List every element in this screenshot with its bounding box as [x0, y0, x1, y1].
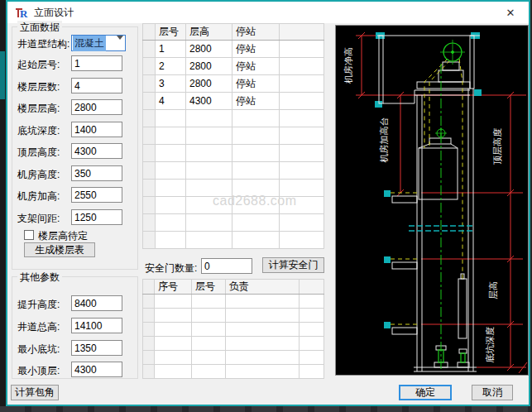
start-floor-input[interactable] [71, 55, 122, 71]
floor-height-pending-checkbox[interactable] [24, 230, 34, 240]
empty-cell[interactable] [280, 197, 324, 214]
empty-row[interactable] [143, 162, 324, 180]
empty-cell[interactable] [232, 197, 280, 214]
empty-cell[interactable] [280, 214, 324, 232]
cell-floor-height[interactable]: 4300 [186, 93, 232, 110]
cell-stop[interactable]: 停站 [232, 58, 280, 75]
cancel-button[interactable]: 取消 [472, 385, 513, 400]
empty-cell[interactable] [232, 145, 280, 162]
empty-cell[interactable] [226, 365, 300, 379]
row-selector[interactable] [143, 127, 156, 145]
empty-cell[interactable] [232, 110, 280, 127]
row-selector[interactable] [143, 75, 156, 93]
floor-row[interactable]: 3 2800 停站 [143, 75, 324, 93]
safety-door-count-input[interactable] [201, 258, 252, 274]
empty-cell[interactable] [192, 351, 226, 365]
empty-cell[interactable] [156, 162, 186, 180]
row-selector[interactable] [143, 145, 156, 162]
empty-cell[interactable] [156, 110, 186, 127]
calc-safety-door-button[interactable]: 计算安全门 [262, 257, 324, 273]
empty-cell[interactable] [156, 145, 186, 162]
empty-cell[interactable] [192, 295, 226, 309]
floor-count-input[interactable] [71, 78, 122, 93]
cell-filler[interactable] [280, 58, 324, 75]
empty-cell[interactable] [226, 323, 300, 337]
row-selector[interactable] [143, 295, 155, 309]
cell-filler[interactable] [280, 41, 324, 58]
empty-row[interactable] [143, 145, 324, 162]
empty-cell[interactable] [155, 323, 192, 337]
empty-cell[interactable] [280, 145, 324, 162]
cell-floor-no[interactable]: 3 [156, 75, 186, 93]
empty-row[interactable] [143, 110, 324, 127]
empty-cell[interactable] [280, 127, 324, 145]
machine-room-raise-input[interactable] [71, 187, 122, 203]
empty-cell[interactable] [155, 337, 192, 351]
empty-cell[interactable] [280, 162, 324, 180]
empty-cell[interactable] [280, 110, 324, 127]
row-selector[interactable] [143, 41, 156, 58]
empty-cell[interactable] [156, 197, 186, 214]
floor-height-input[interactable] [71, 99, 122, 115]
row-selector[interactable] [143, 197, 156, 214]
empty-cell[interactable] [300, 365, 324, 379]
empty-cell[interactable] [300, 337, 324, 351]
min-top-floor-input[interactable] [71, 362, 122, 377]
row-selector[interactable] [143, 58, 156, 75]
cell-floor-no[interactable]: 2 [156, 58, 186, 75]
empty-cell[interactable] [186, 145, 232, 162]
cell-stop[interactable]: 停站 [232, 75, 280, 93]
min-pit-input[interactable] [71, 340, 122, 356]
empty-cell[interactable] [155, 295, 192, 309]
empty-cell[interactable] [300, 295, 324, 309]
row-selector[interactable] [143, 351, 155, 365]
row-selector[interactable] [143, 180, 156, 197]
empty-cell[interactable] [300, 309, 324, 323]
row-selector[interactable] [143, 162, 156, 180]
empty-cell[interactable] [186, 197, 232, 214]
floor-row[interactable]: 4 4300 停站 [143, 93, 324, 110]
cell-filler[interactable] [280, 75, 324, 93]
cell-floor-no[interactable]: 1 [156, 41, 186, 58]
empty-cell[interactable] [156, 127, 186, 145]
calc-wrap-angle-button[interactable]: 计算包角 [11, 385, 59, 400]
empty-cell[interactable] [192, 323, 226, 337]
pit-depth-input[interactable] [71, 122, 122, 137]
chevron-down-icon[interactable] [117, 40, 123, 51]
empty-row[interactable] [143, 295, 324, 309]
empty-row[interactable] [143, 214, 324, 232]
empty-row[interactable] [143, 337, 324, 351]
shaft-wall-combo[interactable]: 混凝土 [71, 35, 126, 51]
floor-row[interactable]: 1 2800 停站 [143, 41, 324, 58]
cell-floor-height[interactable]: 2800 [186, 41, 232, 58]
row-selector[interactable] [143, 323, 155, 337]
row-selector[interactable] [143, 365, 155, 379]
cell-floor-height[interactable]: 2800 [186, 75, 232, 93]
empty-cell[interactable] [226, 309, 300, 323]
generate-floor-table-button[interactable]: 生成楼层表 [24, 242, 95, 257]
row-selector[interactable] [143, 232, 156, 249]
empty-cell[interactable] [156, 232, 186, 249]
empty-cell[interactable] [232, 162, 280, 180]
empty-cell[interactable] [155, 309, 192, 323]
cell-floor-height[interactable]: 2800 [186, 58, 232, 75]
empty-cell[interactable] [300, 351, 324, 365]
empty-row[interactable] [143, 365, 324, 379]
row-selector[interactable] [143, 337, 155, 351]
empty-row[interactable] [143, 197, 324, 214]
row-selector[interactable] [143, 93, 156, 110]
empty-row[interactable] [143, 127, 324, 145]
close-icon[interactable]: ✕ [502, 5, 519, 20]
empty-cell[interactable] [232, 214, 280, 232]
empty-cell[interactable] [280, 232, 324, 249]
row-selector[interactable] [143, 214, 156, 232]
floor-row[interactable]: 2 2800 停站 [143, 58, 324, 75]
empty-cell[interactable] [192, 365, 226, 379]
empty-cell[interactable] [192, 309, 226, 323]
row-selector[interactable] [143, 309, 155, 323]
empty-row[interactable] [143, 180, 324, 197]
row-selector[interactable] [143, 110, 156, 127]
cell-stop[interactable]: 停站 [232, 93, 280, 110]
empty-cell[interactable] [232, 127, 280, 145]
cell-filler[interactable] [280, 93, 324, 110]
